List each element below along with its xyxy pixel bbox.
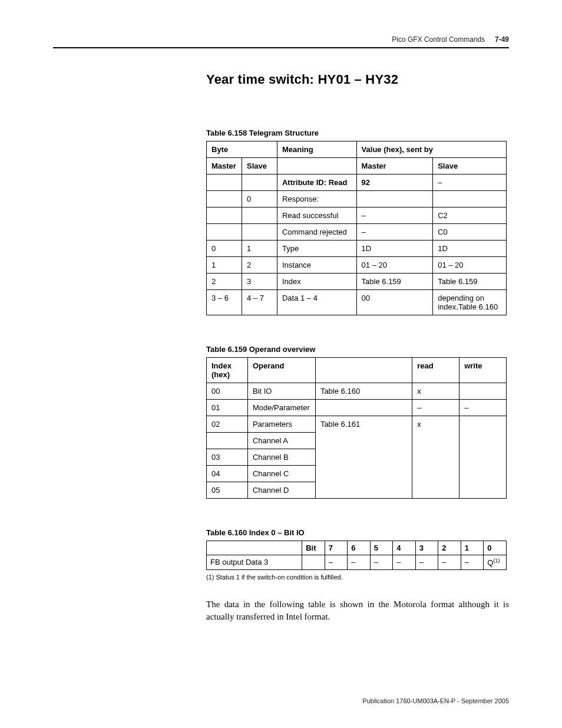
table-row: Index (hex) Operand read write	[207, 358, 507, 383]
table-cell: Parameters	[247, 416, 315, 433]
table-cell	[242, 174, 277, 191]
table-row: 00Bit IOTable 6.160x	[207, 383, 507, 400]
table-cell: C0	[433, 224, 507, 241]
table-cell: Data 1 – 4	[277, 290, 356, 315]
running-head-text: Pico GFX Control Commands	[392, 35, 485, 44]
th-bit1: 1	[461, 541, 484, 555]
table-cell: –	[412, 400, 459, 416]
table-row: 05Channel D	[207, 482, 507, 499]
table-cell	[459, 416, 507, 433]
table-row: Attribute ID: Read92–	[207, 174, 507, 191]
table-cell: Channel B	[247, 449, 315, 466]
table-cell: Table 6.161	[315, 416, 412, 433]
th-ref	[315, 358, 412, 383]
th-blank	[277, 158, 356, 174]
table-cell: 3 – 6	[207, 290, 242, 315]
table-cell	[412, 466, 459, 482]
table-row: 12Instance01 – 2001 – 20	[207, 257, 507, 274]
table-caption-158: Table 6.158 Telegram Structure	[206, 129, 509, 137]
table-row: Byte Meaning Value (hex), sent by	[207, 141, 507, 158]
running-header: Pico GFX Control Commands 7-49	[53, 35, 509, 48]
td-b3: –	[415, 555, 438, 570]
table-cell: –	[433, 174, 507, 191]
body-paragraph: The data in the following table is shown…	[206, 598, 509, 622]
table-row: 0Response:	[207, 191, 507, 207]
table-cell	[207, 224, 242, 241]
table-cell: Table 6.160	[315, 383, 412, 400]
table-cell: Channel C	[247, 466, 315, 482]
th-index: Index (hex)	[207, 358, 248, 383]
table-cell: –	[356, 224, 433, 241]
td-b4: –	[393, 555, 416, 570]
th-master: Master	[207, 158, 242, 174]
th-operand: Operand	[247, 358, 315, 383]
table-row: 04Channel C	[207, 466, 507, 482]
th-bit7: 7	[325, 541, 348, 555]
table-cell: 04	[207, 466, 248, 482]
section-title: Year time switch: HY01 – HY32	[206, 72, 509, 87]
td-b6: –	[348, 555, 371, 570]
th-bit2: 2	[438, 541, 461, 555]
table-cell: x	[412, 383, 459, 400]
table-cell: 3	[242, 274, 277, 290]
table-cell: Table 6.159	[433, 274, 507, 290]
table-cell: Index	[277, 274, 356, 290]
table-cell: 00	[207, 383, 248, 400]
th-bit4: 4	[393, 541, 416, 555]
table-row: Master Slave Master Slave	[207, 158, 507, 174]
table-row: Channel A	[207, 433, 507, 449]
th-slave: Slave	[242, 158, 277, 174]
table-cell: C2	[433, 207, 507, 224]
th-byte: Byte	[207, 141, 277, 158]
table-cell: 00	[356, 290, 433, 315]
th-read: read	[412, 358, 459, 383]
th-bit: Bit	[302, 541, 325, 555]
table-cell: 4 – 7	[242, 290, 277, 315]
th-meaning: Meaning	[277, 141, 356, 158]
table-row: FB output Data 3 – – – – – – – Q(1)	[207, 555, 507, 570]
table-cell	[459, 433, 507, 449]
table-cell	[412, 433, 459, 449]
table-cell: Response:	[277, 191, 356, 207]
table-cell: 01 – 20	[356, 257, 433, 274]
table-cell	[207, 433, 248, 449]
table-cell: Channel A	[247, 433, 315, 449]
footnote-1: (1) Status 1 if the switch-on condition …	[206, 574, 509, 581]
table-row: Read successful–C2	[207, 207, 507, 224]
table-cell: 03	[207, 449, 248, 466]
table-row: 02ParametersTable 6.161x	[207, 416, 507, 433]
table-cell: 1D	[433, 241, 507, 257]
table-cell: Type	[277, 241, 356, 257]
table-cell	[315, 433, 412, 449]
table-caption-159: Table 6.159 Operand overview	[206, 345, 509, 354]
table-row: 3 – 64 – 7Data 1 – 400depending on index…	[207, 290, 507, 315]
publication-footer: Publication 1760-UM003A-EN-P - September…	[362, 697, 509, 704]
table-cell	[433, 191, 507, 207]
table-cell: Bit IO	[247, 383, 315, 400]
td-b0: Q(1)	[484, 555, 507, 570]
table-160: Bit 7 6 5 4 3 2 1 0 FB output Data 3 – –…	[206, 541, 507, 570]
th-bit5: 5	[370, 541, 393, 555]
table-cell	[459, 482, 507, 499]
table-cell	[315, 466, 412, 482]
table-cell	[242, 224, 277, 241]
page-number: 7-49	[495, 35, 509, 44]
table-row: 01Type1D1D	[207, 241, 507, 257]
table-row: Bit 7 6 5 4 3 2 1 0	[207, 541, 507, 555]
td-b5: –	[370, 555, 393, 570]
table-cell: Table 6.159	[356, 274, 433, 290]
table-cell	[459, 449, 507, 466]
th-value-slave: Slave	[433, 158, 507, 174]
table-cell: –	[459, 400, 507, 416]
table-158: Byte Meaning Value (hex), sent by Master…	[206, 141, 507, 315]
table-cell: 2	[207, 274, 242, 290]
th-blank	[207, 541, 302, 555]
table-caption-160: Table 6.160 Index 0 – Bit IO	[206, 528, 509, 537]
th-bit6: 6	[348, 541, 371, 555]
td-b2: –	[438, 555, 461, 570]
table-cell	[459, 466, 507, 482]
table-159: Index (hex) Operand read write 00Bit IOT…	[206, 357, 507, 499]
table-cell	[207, 191, 242, 207]
table-cell	[207, 207, 242, 224]
table-cell: depending on index,Table 6.160	[433, 290, 507, 315]
